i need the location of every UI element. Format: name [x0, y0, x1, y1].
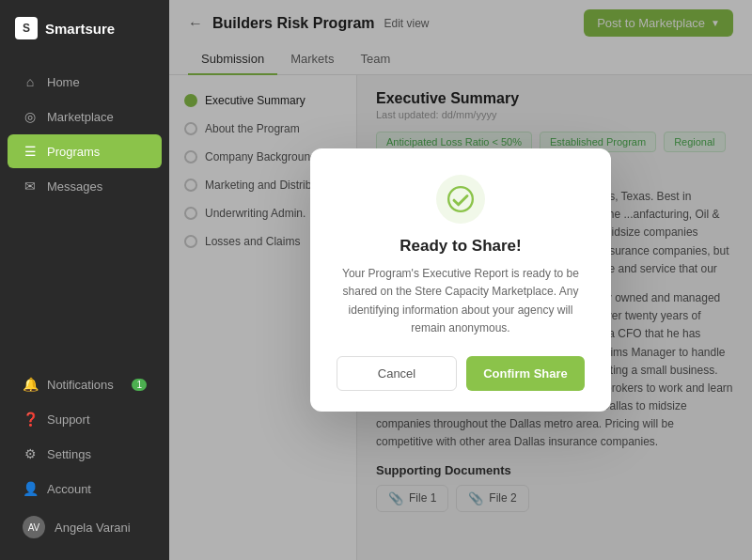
- main-content: ← Builders Risk Program Edit view Post t…: [169, 0, 752, 560]
- sidebar-item-support[interactable]: ❓ Support: [8, 402, 162, 436]
- cancel-button[interactable]: Cancel: [337, 356, 457, 391]
- modal-overlay: Ready to Share! Your Program's Executive…: [169, 0, 752, 560]
- user-profile[interactable]: AV Angela Varani: [8, 506, 162, 548]
- sidebar-item-notifications[interactable]: 🔔 Notifications 1: [8, 367, 162, 401]
- sidebar: S Smartsure ⌂ Home ◎ Marketplace ☰ Progr…: [0, 0, 169, 560]
- app-name: Smartsure: [45, 21, 115, 37]
- sidebar-item-settings[interactable]: ⚙ Settings: [8, 437, 162, 471]
- sidebar-item-marketplace[interactable]: ◎ Marketplace: [8, 100, 162, 133]
- support-icon: ❓: [23, 412, 38, 427]
- modal-buttons: Cancel Confirm Share: [337, 356, 585, 391]
- sidebar-item-support-label: Support: [47, 412, 90, 427]
- sidebar-item-settings-label: Settings: [47, 447, 91, 461]
- account-icon: 👤: [23, 481, 38, 496]
- sidebar-item-home-label: Home: [47, 75, 80, 89]
- sidebar-item-programs-label: Programs: [47, 145, 100, 159]
- modal-title: Ready to Share!: [337, 237, 585, 256]
- modal-description: Your Program's Executive Report is ready…: [337, 265, 585, 337]
- sidebar-item-account[interactable]: 👤 Account: [8, 472, 162, 506]
- home-icon: ⌂: [23, 74, 38, 89]
- sidebar-item-notifications-label: Notifications: [47, 378, 114, 392]
- notifications-icon: 🔔: [23, 377, 38, 392]
- sidebar-item-messages-label: Messages: [47, 179, 102, 194]
- notifications-badge: 1: [132, 379, 147, 391]
- modal-dialog: Ready to Share! Your Program's Executive…: [310, 148, 611, 412]
- avatar: AV: [23, 516, 45, 538]
- sidebar-item-programs[interactable]: ☰ Programs: [8, 134, 162, 168]
- sidebar-item-home[interactable]: ⌂ Home: [8, 65, 162, 99]
- programs-icon: ☰: [23, 144, 38, 159]
- marketplace-icon: ◎: [23, 109, 38, 124]
- logo: S Smartsure: [0, 0, 169, 56]
- sidebar-item-account-label: Account: [47, 482, 91, 496]
- sidebar-bottom: 🔔 Notifications 1 ❓ Support ⚙ Settings 👤…: [0, 359, 169, 560]
- sidebar-nav: ⌂ Home ◎ Marketplace ☰ Programs ✉ Messag…: [0, 56, 169, 359]
- user-name: Angela Varani: [55, 521, 131, 535]
- svg-point-0: [448, 187, 473, 211]
- modal-success-icon: [436, 175, 485, 224]
- sidebar-item-messages[interactable]: ✉ Messages: [8, 169, 162, 203]
- messages-icon: ✉: [23, 179, 38, 194]
- confirm-share-button[interactable]: Confirm Share: [466, 356, 585, 391]
- logo-icon: S: [15, 17, 38, 39]
- sidebar-item-marketplace-label: Marketplace: [47, 110, 114, 124]
- settings-icon: ⚙: [23, 446, 38, 461]
